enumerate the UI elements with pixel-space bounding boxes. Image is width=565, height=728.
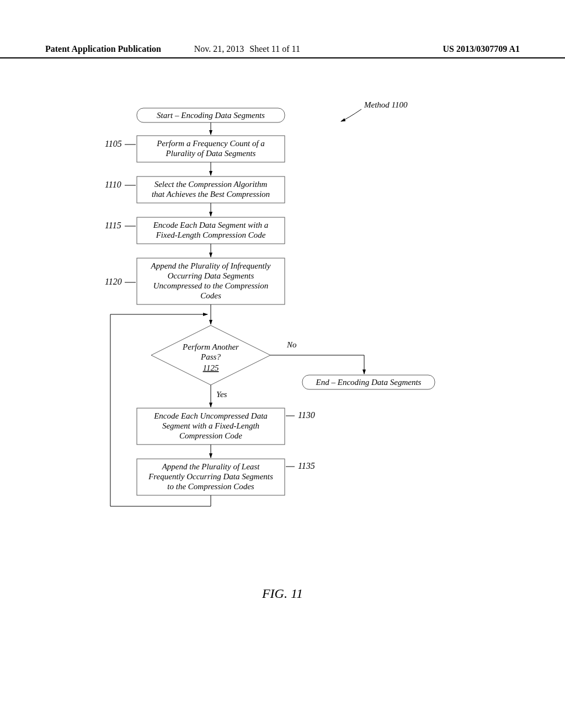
svg-text:Encode Each Uncompressed Data: Encode Each Uncompressed Data xyxy=(153,411,268,420)
decision-1125: Perform Another Pass? 1125 xyxy=(151,325,270,385)
step-1115: Encode Each Data Segment with a Fixed-Le… xyxy=(105,217,285,244)
figure-canvas: Method 1100 Start – Encoding Data Segmen… xyxy=(0,66,565,728)
svg-text:Select the Compression Algorit: Select the Compression Algorithm xyxy=(154,180,268,189)
svg-text:Perform a Frequency Count of a: Perform a Frequency Count of a xyxy=(156,139,265,148)
branch-no-label: No xyxy=(286,340,297,349)
end-text: End – Encoding Data Segments xyxy=(316,378,422,387)
svg-text:Occurring Data Segments: Occurring Data Segments xyxy=(168,271,254,280)
page-header: Patent Application Publication Nov. 21, … xyxy=(0,44,565,58)
ref-1125: 1125 xyxy=(203,363,219,372)
publication-label: Patent Application Publication xyxy=(45,44,161,54)
svg-text:Frequently Occurring Data Segm: Frequently Occurring Data Segments xyxy=(148,472,273,481)
svg-text:Append the Plurality of Infreq: Append the Plurality of Infrequently xyxy=(151,261,271,270)
method-label-callout: Method 1100 xyxy=(341,100,408,121)
publication-number: US 2013/0307709 A1 xyxy=(443,44,520,54)
ref-1110: 1110 xyxy=(105,180,121,189)
start-node: Start – Encoding Data Segments xyxy=(137,108,285,122)
end-node: End – Encoding Data Segments xyxy=(302,375,435,389)
no-branch: No xyxy=(270,340,364,374)
svg-text:to the Compression Codes: to the Compression Codes xyxy=(167,482,254,491)
method-leader-line xyxy=(341,109,361,121)
ref-1105: 1105 xyxy=(105,139,122,148)
svg-text:Segment with a Fixed-Length: Segment with a Fixed-Length xyxy=(162,421,259,430)
ref-1120: 1120 xyxy=(105,277,122,286)
step-1110: Select the Compression Algorithm that Ac… xyxy=(105,176,285,203)
svg-text:Append the Plurality of Least: Append the Plurality of Least xyxy=(162,462,260,471)
svg-text:that Achieves the Best Compres: that Achieves the Best Compression xyxy=(152,190,270,199)
ref-1135: 1135 xyxy=(298,461,315,470)
svg-text:Encode Each Data Segment with : Encode Each Data Segment with a xyxy=(153,221,269,229)
method-label: Method 1100 xyxy=(364,100,408,109)
svg-text:Pass?: Pass? xyxy=(200,352,221,361)
ref-1130: 1130 xyxy=(298,410,315,420)
svg-text:Perform Another: Perform Another xyxy=(182,342,239,351)
step-1120: Append the Plurality of Infrequently Occ… xyxy=(105,258,285,304)
step-1105: Perform a Frequency Count of a Plurality… xyxy=(105,136,285,162)
branch-yes-label: Yes xyxy=(216,390,227,399)
yes-branch: Yes xyxy=(211,385,227,407)
step-1130: Encode Each Uncompressed Data Segment wi… xyxy=(137,408,315,445)
svg-text:Plurality of Data Segments: Plurality of Data Segments xyxy=(166,149,256,158)
svg-text:Fixed-Length Compression Code: Fixed-Length Compression Code xyxy=(156,231,266,239)
publication-date: Nov. 21, 2013 xyxy=(194,44,244,54)
svg-text:Uncompressed to the Compressio: Uncompressed to the Compression xyxy=(153,281,268,290)
figure-caption: FIG. 11 xyxy=(0,586,565,601)
sheet-number: Sheet 11 of 11 xyxy=(249,44,300,54)
step-1135: Append the Plurality of Least Frequently… xyxy=(137,459,315,495)
svg-text:Codes: Codes xyxy=(200,291,221,300)
svg-text:Compression Code: Compression Code xyxy=(179,431,242,440)
start-text: Start – Encoding Data Segments xyxy=(157,111,265,120)
ref-1115: 1115 xyxy=(105,221,121,230)
